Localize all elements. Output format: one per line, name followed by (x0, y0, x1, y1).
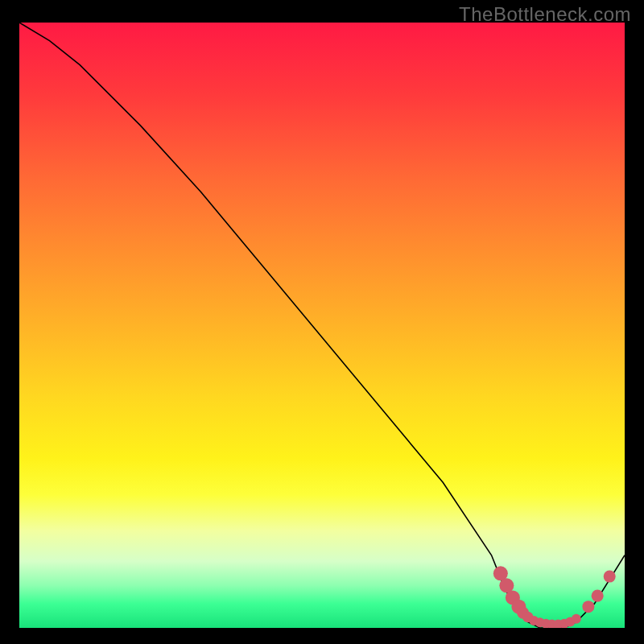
curve-marker (592, 590, 604, 602)
chart-frame: TheBottleneck.com (0, 0, 644, 644)
curve-layer (19, 23, 625, 628)
bottleneck-curve (19, 23, 625, 628)
watermark-text: TheBottleneck.com (459, 3, 631, 26)
curve-marker (582, 601, 594, 613)
curve-markers (493, 566, 616, 628)
plot-area (19, 23, 625, 628)
curve-marker (572, 614, 581, 624)
curve-marker (604, 571, 616, 583)
